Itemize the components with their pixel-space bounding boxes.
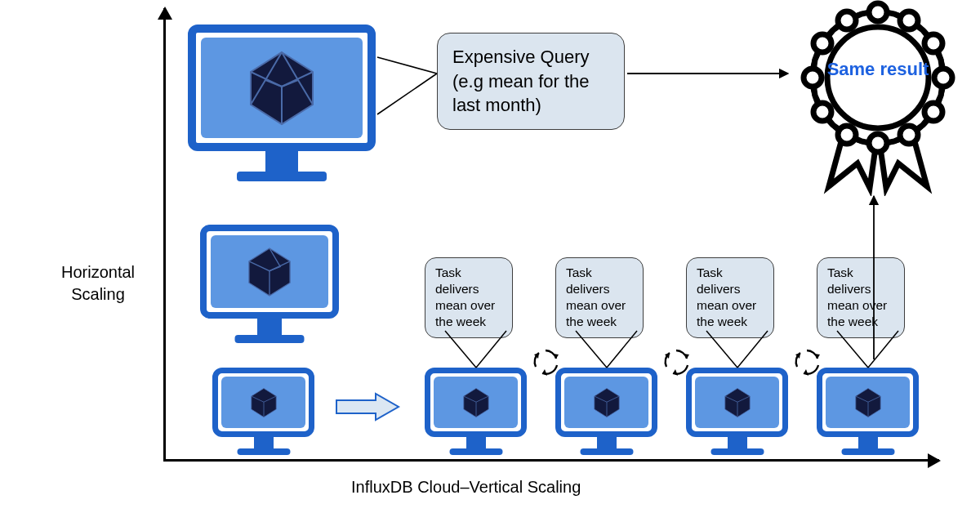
influx-polyhedron-icon [237,47,327,129]
computer-small-origin [212,368,314,437]
svg-point-21 [900,11,918,29]
svg-marker-11 [684,354,689,359]
svg-point-31 [838,11,856,29]
computer-medium [200,225,339,319]
svg-line-34 [377,74,437,114]
y-axis-label: Horizontal Scaling [49,261,147,306]
influx-polyhedron-icon [458,386,494,419]
cycle-icon [531,347,560,377]
block-arrow-icon [335,392,400,425]
influx-polyhedron-icon [719,386,755,419]
svg-marker-8 [553,354,559,359]
svg-marker-14 [814,354,820,359]
callout-task-2: Task delivers mean over the week [555,257,644,338]
computer-large [188,25,376,151]
callout-task-4: Task delivers mean over the week [817,257,905,338]
ribbon-icon [800,0,956,196]
x-axis-label: InfluxDB Cloud–Vertical Scaling [351,478,581,497]
svg-marker-3 [336,394,399,420]
computer-small-3 [686,368,788,437]
svg-point-20 [869,3,887,21]
callout-expensive-query: Expensive Query (e.g mean for the last m… [437,33,625,130]
diagram-canvas: Horizontal Scaling InfluxDB Cloud–Vertic… [0,0,980,513]
influx-polyhedron-icon [246,386,282,419]
svg-point-24 [924,103,942,121]
computer-small-4 [817,368,919,437]
svg-point-28 [813,103,831,121]
x-axis [163,459,939,462]
cycle-icon [662,347,691,377]
svg-line-33 [377,57,437,74]
callout-task-3: Task delivers mean over the week [686,257,774,338]
influx-polyhedron-icon [240,245,299,299]
computer-small-2 [555,368,657,437]
svg-point-22 [924,34,942,52]
svg-point-27 [838,126,856,144]
influx-polyhedron-icon [850,386,886,419]
callout-task-1: Task delivers mean over the week [425,257,513,338]
ribbon-text: Same result [800,59,956,80]
y-axis [163,8,166,462]
influx-polyhedron-icon [589,386,625,419]
computer-small-1 [425,368,527,437]
svg-point-30 [813,34,831,52]
cycle-icon [792,347,822,377]
svg-point-26 [869,134,887,152]
svg-point-25 [900,126,918,144]
ribbon-badge: Same result [800,0,956,196]
